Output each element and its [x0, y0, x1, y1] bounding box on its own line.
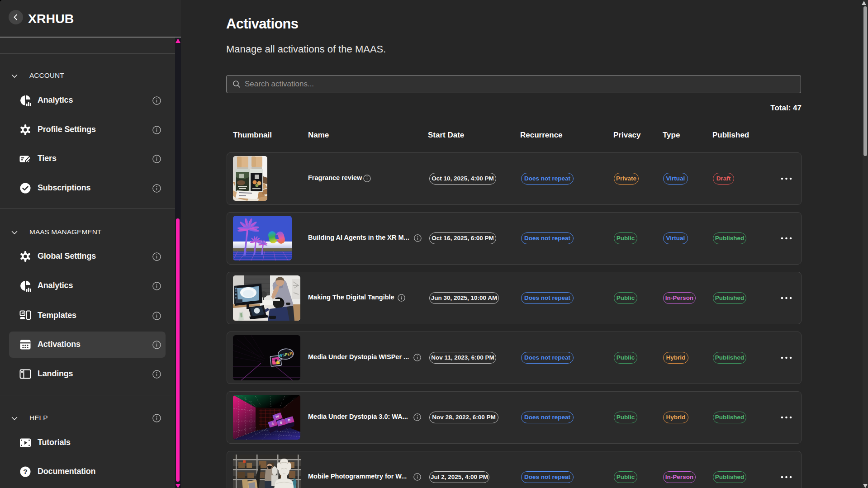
- svg-text:?: ?: [23, 468, 27, 475]
